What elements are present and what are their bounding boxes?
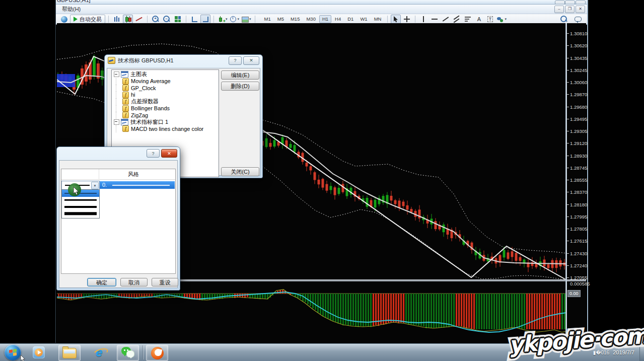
line-width-option-2[interactable] bbox=[62, 197, 99, 204]
window-titlebar[interactable]: GBPUSD,H1] bbox=[56, 0, 587, 5]
tree-indicator-row[interactable]: ƒMACD two lines change color bbox=[112, 125, 219, 132]
autotrade-button[interactable]: 自动交易 bbox=[70, 15, 105, 24]
taskbar-clock-date[interactable]: 2019/7/7 bbox=[613, 349, 634, 355]
chart-close-button[interactable]: ✕ bbox=[576, 6, 585, 13]
timeframe-w1[interactable]: W1 bbox=[357, 15, 370, 23]
start-button[interactable] bbox=[5, 344, 21, 360]
style-column-header: 风格 bbox=[128, 171, 139, 178]
timeframe-h1[interactable]: H1 bbox=[319, 15, 331, 23]
new-chart-icon[interactable]: +▾ bbox=[217, 15, 228, 24]
tree-indicator-label: hi bbox=[131, 92, 135, 98]
style-dialog-titlebar[interactable]: ? ✕ bbox=[57, 147, 180, 158]
bar-chart-icon[interactable] bbox=[112, 15, 122, 24]
text-tool-icon[interactable]: A bbox=[474, 15, 484, 24]
chart-restore-button[interactable]: ❐ bbox=[565, 6, 575, 13]
chat-icon[interactable] bbox=[573, 15, 583, 24]
taskbar-mouse-cursor bbox=[20, 355, 26, 361]
taskbar-wechat[interactable] bbox=[117, 345, 139, 361]
tree-indicator-row[interactable]: ƒhi bbox=[112, 92, 219, 99]
cancel-button[interactable]: 取消 bbox=[120, 278, 148, 286]
line-width-option-3[interactable] bbox=[62, 203, 99, 210]
line-width-option-4[interactable] bbox=[62, 210, 99, 218]
tree-indicator-row[interactable]: ƒ点差报数器 bbox=[112, 98, 219, 105]
tree-indicator-row[interactable]: ƒMoving Average bbox=[112, 78, 219, 85]
price-axis-label: 1.27805 bbox=[570, 226, 587, 232]
timeframe-group: M1M5M15M30H1H4D1W1MN bbox=[261, 15, 385, 23]
horizontal-line-tool-icon[interactable] bbox=[430, 15, 440, 24]
candlestick-chart-icon[interactable] bbox=[123, 15, 133, 24]
timeframe-m1[interactable]: M1 bbox=[261, 15, 274, 23]
search-icon[interactable] bbox=[559, 15, 569, 24]
tree-expander-icon[interactable] bbox=[114, 71, 119, 77]
style-help-button[interactable]: ? bbox=[147, 149, 160, 158]
tree-indicator-label: ZigZag bbox=[131, 112, 148, 118]
menu-help[interactable]: 帮助(H) bbox=[56, 6, 87, 13]
window-close-button[interactable] bbox=[576, 1, 586, 5]
tile-windows-icon[interactable] bbox=[173, 15, 183, 24]
price-axis-label: 1.27615 bbox=[570, 238, 587, 244]
tree-indicator-row[interactable]: ƒGP_Clock bbox=[112, 85, 219, 92]
shapes-tool-icon[interactable]: ▾ bbox=[496, 15, 507, 24]
taskbar-internet-explorer[interactable]: e bbox=[89, 345, 110, 360]
tree-indicator-label: 点差报数器 bbox=[131, 98, 159, 105]
tree-indicator-row[interactable]: ƒBollinger Bands bbox=[112, 105, 219, 112]
indicators-dialog-titlebar[interactable]: 技术指标 GBPUSD,H1 ? ✕ bbox=[105, 55, 262, 66]
taskbar-phoenix-app[interactable] bbox=[146, 345, 168, 361]
tree-indicator-row[interactable]: ƒZigZag bbox=[112, 112, 219, 119]
window-minimize-button[interactable] bbox=[555, 1, 565, 5]
edit-button[interactable]: 编辑(E) bbox=[221, 70, 259, 80]
tree-group-row[interactable]: 技术指标窗口 1 bbox=[112, 119, 219, 126]
delete-button[interactable]: 删除(D) bbox=[221, 82, 259, 91]
window-restore-button[interactable] bbox=[565, 1, 575, 5]
wechat-icon bbox=[121, 347, 134, 359]
chart-window-controls: – ❐ ✕ bbox=[554, 6, 585, 13]
crosshair-tool-icon[interactable] bbox=[402, 15, 412, 24]
text-label-tool-icon[interactable]: T bbox=[485, 15, 495, 24]
chart-shift-icon[interactable] bbox=[200, 15, 210, 24]
style-close-button[interactable]: ✕ bbox=[161, 149, 177, 158]
ok-button[interactable]: 确定 bbox=[87, 278, 116, 286]
combobox-dropdown-icon[interactable]: ▼ bbox=[91, 182, 99, 189]
timeframe-h4[interactable]: H4 bbox=[332, 15, 344, 23]
templates-icon[interactable]: ▾ bbox=[241, 15, 252, 24]
vertical-line-tool-icon[interactable] bbox=[418, 15, 428, 24]
zoom-out-icon[interactable]: – bbox=[162, 15, 172, 24]
tree-indicator-label: MACD two lines change color bbox=[131, 126, 203, 132]
price-axis-label: 1.30620 bbox=[570, 43, 587, 48]
indicators-close-icon[interactable]: ✕ bbox=[243, 56, 259, 65]
line-width-dropdown[interactable] bbox=[61, 189, 100, 219]
auto-arrange-icon[interactable] bbox=[189, 15, 199, 24]
periods-menu-icon[interactable]: ▾ bbox=[229, 15, 240, 24]
timeframe-m30[interactable]: M30 bbox=[303, 15, 318, 23]
price-axis-label: 1.27995 bbox=[570, 214, 587, 220]
taskbar-explorer[interactable] bbox=[58, 345, 81, 361]
close-button[interactable]: 关闭(C) bbox=[221, 167, 259, 176]
chart-minimize-button[interactable]: – bbox=[554, 6, 564, 13]
chart-window-icon bbox=[121, 119, 128, 125]
line-chart-icon[interactable] bbox=[134, 15, 144, 24]
taskbar-media-player[interactable] bbox=[28, 345, 49, 360]
chart-window-icon bbox=[121, 71, 128, 78]
timeframe-d1[interactable]: D1 bbox=[344, 15, 356, 23]
reset-button[interactable]: 重设 bbox=[152, 278, 178, 286]
timeframe-mn[interactable]: MN bbox=[371, 15, 385, 23]
channel-tool-icon[interactable] bbox=[452, 15, 462, 24]
timeframe-m5[interactable]: M5 bbox=[274, 15, 287, 23]
cursor-tool-icon[interactable] bbox=[391, 15, 401, 24]
trendline-tool-icon[interactable] bbox=[441, 15, 451, 24]
community-globe-icon[interactable] bbox=[59, 15, 69, 24]
tree-group-label: 技术指标窗口 1 bbox=[130, 118, 168, 126]
indicators-help-button[interactable]: ? bbox=[229, 56, 242, 65]
timeframe-m15[interactable]: M15 bbox=[288, 15, 303, 23]
tree-expander-icon[interactable] bbox=[114, 119, 119, 125]
price-axis-label: 1.30060 bbox=[570, 80, 587, 85]
zoom-in-icon[interactable]: + bbox=[151, 15, 161, 24]
price-axis-label: 1.27430 bbox=[570, 251, 587, 256]
selected-level-row[interactable]: 0. bbox=[99, 181, 175, 189]
fibonacci-tool-icon[interactable] bbox=[463, 15, 473, 24]
phoenix-icon bbox=[151, 347, 164, 359]
tree-group-row[interactable]: 主图表 bbox=[112, 71, 219, 78]
tree-indicator-label: GP_Clock bbox=[131, 85, 156, 91]
indicator-f-icon: ƒ bbox=[122, 105, 129, 112]
price-axis-label: 1.28930 bbox=[570, 153, 587, 159]
